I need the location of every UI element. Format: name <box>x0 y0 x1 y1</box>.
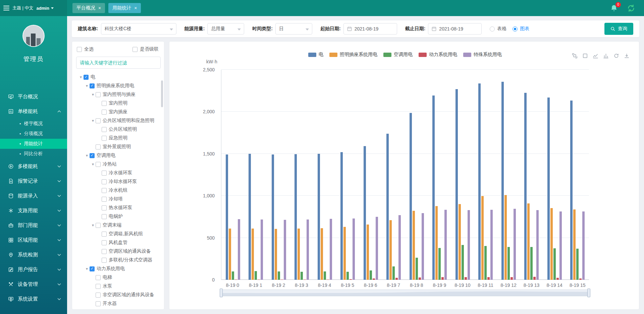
theme-language-switch[interactable]: 主题 | 中文 <box>12 5 34 11</box>
tree-checkbox[interactable] <box>102 188 107 193</box>
tree-node[interactable]: 室外景观照明 <box>76 142 161 151</box>
notifications-button[interactable]: 0 <box>610 4 618 12</box>
tree-node[interactable]: ▾室内照明与插座 <box>76 90 161 99</box>
tree-checkbox[interactable] <box>102 171 107 176</box>
caret-down-icon[interactable]: ▾ <box>84 153 90 158</box>
tree-node[interactable]: 电锅炉 <box>76 212 161 221</box>
tree-node-label[interactable]: 室内插座 <box>109 109 127 115</box>
tree-checkbox[interactable] <box>102 101 107 106</box>
time-type-select[interactable]: 日 <box>275 23 312 35</box>
tree-node[interactable]: ▾照明插座系统用电 <box>76 81 161 90</box>
tree-node[interactable]: 电梯 <box>76 273 161 282</box>
tree-node-label[interactable]: 风机盘管 <box>109 240 127 246</box>
table-view-radio[interactable]: 表格 <box>490 26 506 32</box>
tree-node-label[interactable]: 冷热站 <box>103 161 117 167</box>
tree-node[interactable]: 室内插座 <box>76 108 161 116</box>
end-date-input[interactable]: 2021-08-19 <box>428 23 482 35</box>
sidebar-subitem-subentry-overview[interactable]: 分项概况 <box>0 129 67 139</box>
caret-down-icon[interactable]: ▾ <box>90 92 96 97</box>
tree-checkbox[interactable] <box>90 153 95 158</box>
tree-node-label[interactable]: 冷水机组 <box>109 187 127 193</box>
tree-node[interactable]: 风机盘管 <box>76 238 161 247</box>
tree-node-label[interactable]: 动力系统用电 <box>97 266 125 272</box>
close-icon[interactable]: × <box>134 6 137 10</box>
tree-checkbox[interactable] <box>96 118 101 123</box>
sidebar-item-multi-building-energy[interactable]: 多楼能耗 <box>0 159 67 174</box>
tree-checkbox[interactable] <box>96 275 101 280</box>
caret-down-icon[interactable]: ▾ <box>90 162 96 167</box>
tree-node-label[interactable]: 公共区域照明和应急照明 <box>103 118 154 124</box>
tree-checkbox[interactable] <box>96 144 101 149</box>
tree-node[interactable]: ▾公共区域照明和应急照明 <box>76 116 161 125</box>
sidebar-subitem-yoy-analysis[interactable]: 同比分析 <box>0 149 67 159</box>
tree-node[interactable]: 空调箱,新风机组 <box>76 230 161 238</box>
tree-checkbox[interactable] <box>84 75 89 80</box>
tree-node[interactable]: 应急照明 <box>76 134 161 142</box>
user-menu[interactable]: admin <box>37 6 54 11</box>
avatar[interactable] <box>22 25 45 47</box>
tree-filter-input[interactable] <box>76 57 161 69</box>
tree-node[interactable]: 开水器 <box>76 299 161 308</box>
tree-checkbox[interactable] <box>102 249 107 254</box>
tree-node-label[interactable]: 公共区域照明 <box>109 126 137 132</box>
tree-node-label[interactable]: 热水循环泵 <box>109 205 132 211</box>
tree-node-label[interactable]: 空调区域的通风设备 <box>109 248 151 254</box>
tree-node[interactable]: 水泵 <box>76 282 161 291</box>
toolbox-line-chart-icon[interactable] <box>593 53 598 59</box>
caret-down-icon[interactable]: ▾ <box>84 83 90 88</box>
tree-node-label[interactable]: 冷却水循环泵 <box>109 179 137 185</box>
toolbox-bar-chart-icon[interactable] <box>603 53 609 59</box>
legend-item-special-system[interactable]: 特殊系统用电 <box>463 52 502 58</box>
tree-node[interactable]: 非空调区域的通排风设备 <box>76 291 161 299</box>
legend-item-power-system[interactable]: 动力系统用电 <box>419 52 457 58</box>
sidebar-item-user-report[interactable]: 用户报告 <box>0 262 67 277</box>
sidebar-item-department-energy[interactable]: 部门用能 <box>0 218 67 233</box>
datazoom-left-handle[interactable] <box>220 289 223 297</box>
sidebar-item-region-energy[interactable]: 区域用能 <box>0 233 67 247</box>
legend-item-hvac[interactable]: 空调用电 <box>383 52 413 58</box>
tree-checkbox[interactable] <box>102 127 107 132</box>
caret-down-icon[interactable]: ▾ <box>90 118 96 123</box>
tree-node[interactable]: ▾电 <box>76 73 161 81</box>
tree-node-label[interactable]: 室外景观照明 <box>103 144 131 150</box>
sidebar-item-platform-overview[interactable]: 平台概况 <box>0 89 67 104</box>
tree-checkbox[interactable] <box>90 266 95 271</box>
datazoom-right-handle[interactable] <box>587 289 590 297</box>
tree-node[interactable]: ▾动力系统用电 <box>76 264 161 273</box>
chart-view-radio[interactable]: 图表 <box>513 26 529 32</box>
tree-node[interactable]: 冷水机组 <box>76 186 161 195</box>
tree-checkbox[interactable] <box>96 162 101 167</box>
tree-node-label[interactable]: 冷水循环泵 <box>109 170 132 176</box>
tree-node-label[interactable]: 电 <box>91 74 95 80</box>
tree-node[interactable]: 室内照明 <box>76 99 161 108</box>
toolbox-zoom-icon[interactable] <box>572 53 578 59</box>
sidebar-item-single-building-energy[interactable]: 单楼能耗 <box>0 104 67 119</box>
sidebar-subitem-building-overview[interactable]: 楼宇概况 <box>0 119 67 129</box>
datazoom-slider[interactable] <box>221 290 589 296</box>
tree-checkbox[interactable] <box>102 258 107 263</box>
tree-node-label[interactable]: 电梯 <box>103 274 112 280</box>
cascade-checkbox[interactable]: 是否级联 <box>132 46 159 52</box>
tree-scrollbar-thumb[interactable] <box>161 80 163 107</box>
tree-node-label[interactable]: 冷却塔 <box>109 196 123 202</box>
tree-checkbox[interactable] <box>96 223 101 228</box>
tree-node[interactable]: 冷却塔 <box>76 195 161 203</box>
building-name-select[interactable]: 科技大楼C楼 <box>101 23 176 35</box>
tree-node[interactable]: 多联机/分体式空调器 <box>76 256 161 264</box>
tree-node-label[interactable]: 多联机/分体式空调器 <box>109 257 152 263</box>
tree-node-label[interactable]: 空调用电 <box>97 152 115 159</box>
caret-down-icon[interactable]: ▾ <box>90 223 96 228</box>
tree-checkbox[interactable] <box>96 293 101 298</box>
tree-checkbox[interactable] <box>96 301 101 306</box>
menu-toggle-icon[interactable] <box>3 6 9 10</box>
select-all-checkbox[interactable]: 全选 <box>77 46 94 52</box>
tree-node[interactable]: 冷水循环泵 <box>76 169 161 177</box>
tree-checkbox[interactable] <box>102 136 107 141</box>
refresh-icon[interactable] <box>627 4 635 12</box>
tree-checkbox[interactable] <box>102 110 107 115</box>
tree-node-label[interactable]: 照明插座系统用电 <box>97 83 134 89</box>
tree-checkbox[interactable] <box>102 232 107 237</box>
tree-checkbox[interactable] <box>102 205 107 210</box>
tree-node-label[interactable]: 水泵 <box>103 283 112 289</box>
toolbox-save-image-icon[interactable] <box>624 53 630 59</box>
